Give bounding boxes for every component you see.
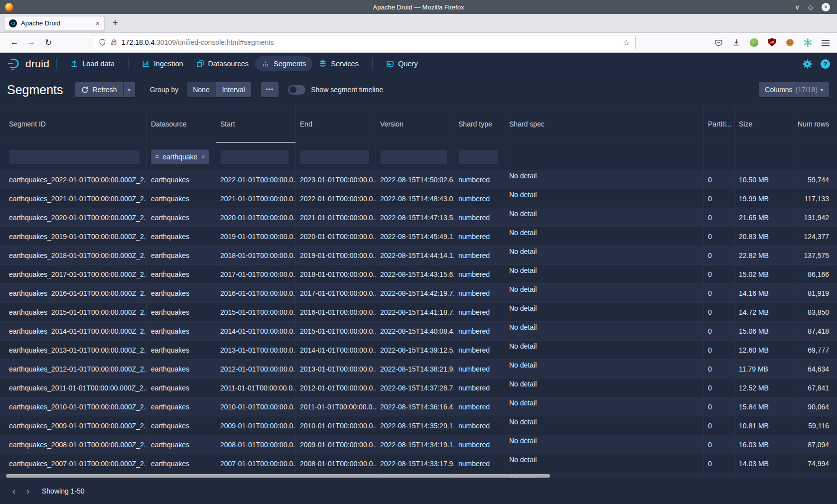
datasource-filter-tag[interactable]: = earthquake × bbox=[151, 149, 209, 164]
cell-shard-type: numbered bbox=[454, 284, 505, 302]
nav-item-segments[interactable]: Segments bbox=[255, 56, 312, 71]
filter-cell: = earthquake × bbox=[147, 143, 216, 170]
cell-size: 11.79 MB bbox=[735, 360, 793, 378]
table-filter-row: = earthquake × bbox=[0, 143, 837, 170]
help-icon[interactable]: ? bbox=[821, 59, 830, 69]
nav-item-services[interactable]: Services bbox=[312, 56, 365, 71]
cell-shard-type: numbered bbox=[454, 435, 505, 454]
window-minimize-icon[interactable]: ∨ bbox=[795, 4, 800, 10]
column-header-end[interactable]: End bbox=[296, 105, 376, 143]
cell-segment-id: earthquakes_2009-01-01T00:00:00.000Z_2..… bbox=[0, 416, 147, 435]
cell-segment-id: earthquakes_2021-01-01T00:00:00.000Z_2..… bbox=[0, 189, 147, 208]
browser-toolbar: ← → ↻ 172.18.0.4:30109/unified-console.h… bbox=[0, 33, 837, 53]
cell-shard-type: numbered bbox=[454, 416, 505, 435]
window-close-icon[interactable]: × bbox=[822, 3, 830, 11]
insecure-lock-icon[interactable] bbox=[110, 38, 118, 46]
column-header-size[interactable]: Size bbox=[735, 105, 793, 143]
cell-shard-spec: No detail bbox=[505, 303, 704, 321]
cell-size: 19.99 MB bbox=[735, 189, 793, 208]
cookie-extension-icon[interactable] bbox=[786, 38, 794, 47]
table-row: earthquakes_2021-01-01T00:00:00.000Z_2..… bbox=[0, 189, 837, 208]
cell-version: 2022-08-15T14:47:13.5... bbox=[376, 208, 454, 227]
druid-favicon-icon bbox=[9, 19, 17, 27]
shard-type-filter-input[interactable] bbox=[458, 149, 498, 164]
gear-icon[interactable] bbox=[803, 59, 812, 69]
cell-partition: 0 bbox=[704, 416, 735, 435]
columns-button[interactable]: Columns (17/18) ▾ bbox=[759, 82, 829, 97]
nav-item-ingestion[interactable]: Ingestion bbox=[136, 56, 190, 71]
druid-logo[interactable]: druid bbox=[7, 58, 49, 70]
cell-num-rows: 81,919 bbox=[793, 284, 837, 302]
version-filter-input[interactable] bbox=[380, 149, 447, 164]
nav-item-label: Query bbox=[398, 60, 418, 68]
filter-cell bbox=[704, 143, 735, 170]
cell-num-rows: 117,133 bbox=[793, 189, 837, 208]
back-button[interactable]: ← bbox=[6, 37, 23, 47]
new-tab-button[interactable]: + bbox=[113, 18, 118, 28]
horizontal-scrollbar[interactable] bbox=[6, 474, 550, 478]
tracking-shield-icon[interactable] bbox=[99, 38, 106, 46]
nav-item-datasources[interactable]: Datasources bbox=[190, 56, 255, 71]
end-filter-input[interactable] bbox=[300, 149, 369, 164]
column-header-segment-id[interactable]: Segment ID bbox=[0, 105, 147, 143]
group-by-interval-button[interactable]: Interval bbox=[216, 82, 251, 97]
browser-tab[interactable]: Apache Druid × bbox=[4, 16, 105, 31]
tab-close-icon[interactable]: × bbox=[96, 19, 100, 27]
cell-datasource: earthquakes bbox=[147, 360, 216, 378]
forward-button[interactable]: → bbox=[23, 37, 40, 47]
nav-divider bbox=[128, 58, 129, 69]
cell-partition: 0 bbox=[704, 227, 735, 246]
cell-size: 12.60 MB bbox=[735, 341, 793, 359]
table-row: earthquakes_2013-01-01T00:00:00.000Z_2..… bbox=[0, 340, 837, 359]
remove-filter-icon[interactable]: × bbox=[201, 153, 205, 161]
snowflake-extension-icon[interactable] bbox=[804, 38, 812, 47]
column-header-shard-spec[interactable]: Shard spec bbox=[505, 105, 704, 143]
url-bar[interactable]: 172.18.0.4:30109/unified-console.html#se… bbox=[93, 35, 636, 50]
next-page-button[interactable]: › bbox=[21, 484, 35, 499]
nav-item-label: Services bbox=[331, 60, 359, 68]
cell-size: 14.72 MB bbox=[735, 303, 793, 321]
filter-cell bbox=[0, 143, 147, 170]
cell-end: 2021-01-01T00:00:00.0... bbox=[296, 208, 376, 227]
cell-segment-id: earthquakes_2020-01-01T00:00:00.000Z_2..… bbox=[0, 208, 147, 227]
nav-item-query[interactable]: Query bbox=[380, 56, 424, 71]
cell-datasource: earthquakes bbox=[147, 454, 216, 473]
columns-count: (17/18) bbox=[796, 86, 818, 94]
filter-cell bbox=[793, 143, 837, 170]
column-header-datasource[interactable]: Datasource bbox=[147, 105, 216, 143]
cell-end: 2011-01-01T00:00:00.0... bbox=[296, 397, 376, 416]
more-options-button[interactable]: ••• bbox=[261, 82, 279, 97]
cell-version: 2022-08-15T14:50:02.6... bbox=[376, 170, 454, 189]
cell-segment-id: earthquakes_2012-01-01T00:00:00.000Z_2..… bbox=[0, 360, 147, 378]
reload-button[interactable]: ↻ bbox=[40, 37, 57, 48]
downloads-icon[interactable] bbox=[732, 38, 740, 46]
cell-start: 2022-01-01T00:00:00.0... bbox=[216, 170, 296, 189]
start-filter-input[interactable] bbox=[220, 149, 289, 164]
cell-end: 2009-01-01T00:00:00.0... bbox=[296, 435, 376, 454]
column-header-partition[interactable]: Partiti... bbox=[704, 105, 735, 143]
window-maximize-icon[interactable]: ◇ bbox=[808, 4, 813, 10]
segment-timeline-toggle[interactable] bbox=[288, 85, 305, 95]
column-header-num-rows[interactable]: Num rows bbox=[793, 105, 837, 143]
cell-version: 2022-08-15T14:41:18.7... bbox=[376, 303, 454, 321]
cell-num-rows: 59,744 bbox=[793, 170, 837, 189]
cell-num-rows: 64,634 bbox=[793, 360, 837, 378]
column-header-shard-type[interactable]: Shard type bbox=[454, 105, 505, 143]
previous-page-button[interactable]: ‹ bbox=[7, 484, 21, 499]
refresh-dropdown-button[interactable]: ▾ bbox=[124, 82, 135, 97]
nav-item-load-data[interactable]: Load data bbox=[64, 56, 121, 71]
group-by-none-button[interactable]: None bbox=[187, 82, 215, 97]
cell-shard-type: numbered bbox=[454, 341, 505, 359]
pocket-icon[interactable] bbox=[714, 38, 723, 47]
refresh-label: Refresh bbox=[93, 86, 117, 94]
privacy-extension-icon[interactable] bbox=[750, 38, 758, 47]
segment-id-filter-input[interactable] bbox=[9, 149, 140, 164]
menu-hamburger-icon[interactable] bbox=[822, 40, 830, 46]
ublock-origin-icon[interactable]: uO bbox=[768, 38, 776, 47]
refresh-button[interactable]: Refresh bbox=[75, 82, 123, 97]
nav-item-label: Datasources bbox=[208, 60, 249, 68]
column-header-start[interactable]: Start bbox=[216, 105, 296, 143]
bookmark-star-icon[interactable]: ☆ bbox=[623, 38, 630, 47]
table-row: earthquakes_2012-01-01T00:00:00.000Z_2..… bbox=[0, 359, 837, 378]
column-header-version[interactable]: Version bbox=[376, 105, 454, 143]
